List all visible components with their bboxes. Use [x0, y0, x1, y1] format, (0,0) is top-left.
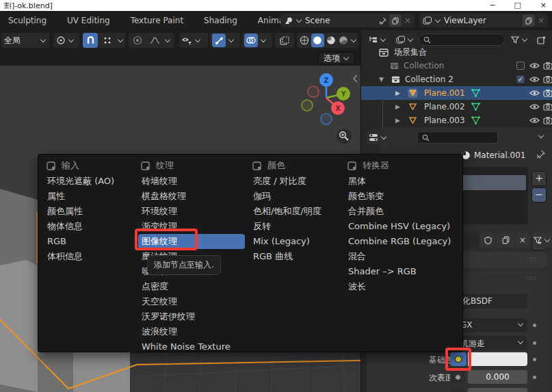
clipped-socket[interactable] — [450, 389, 465, 392]
expand-arrow-icon[interactable]: ▶ — [395, 90, 400, 96]
viewport-zoom-button[interactable] — [337, 129, 352, 144]
expand-arrow-icon[interactable]: ▶ — [395, 117, 400, 124]
maximize-button[interactable]: □ — [514, 0, 521, 11]
scene-selector[interactable]: Scene × — [280, 14, 415, 27]
fake-user-shield-icon[interactable] — [480, 233, 495, 248]
show-gizmo-filter-group[interactable] — [179, 33, 208, 48]
menu-item-rgb-curves[interactable]: RGB 曲线 — [250, 249, 343, 264]
panel-grip-icon[interactable]: ∷∷ — [527, 275, 536, 282]
editor-type-dropdown[interactable] — [367, 131, 393, 144]
transform-orientation-dropdown[interactable]: 全局 — [1, 33, 49, 48]
outliner-row-plane-003[interactable]: ▶ Plane.003 — [361, 114, 552, 127]
unlink-icon[interactable]: × — [404, 16, 411, 25]
base-color-swatch[interactable] — [468, 352, 527, 366]
copy-icon[interactable] — [389, 14, 402, 27]
gizmo-arrow-icon[interactable] — [212, 34, 226, 47]
snap-target-icon[interactable] — [100, 33, 115, 48]
pin-icon[interactable] — [379, 17, 386, 25]
copy-icon[interactable] — [523, 14, 535, 27]
menu-item-sky-texture[interactable]: 天空纹理 — [138, 294, 245, 309]
outliner-row-plane-001[interactable]: ▶ Plane.001 — [361, 86, 552, 100]
menu-item-gamma[interactable]: 伽玛 — [250, 189, 343, 204]
subsurface-socket[interactable] — [450, 371, 465, 383]
camera-icon[interactable] — [543, 89, 552, 97]
eye-icon[interactable] — [529, 117, 540, 124]
menu-item-combine-rgb-legacy[interactable]: Combine RGB (Legacy) — [345, 234, 461, 249]
menu-item-rgb[interactable]: RGB — [44, 234, 135, 249]
menu-item-combine-color[interactable]: 合并颜色 — [345, 204, 461, 219]
eye-icon[interactable] — [529, 76, 540, 83]
outliner-row-collection[interactable]: Collection — [361, 59, 552, 73]
menu-item-ambient-occlusion[interactable]: 环境光遮蔽 (AO) — [44, 174, 135, 189]
tab-texture-paint[interactable]: Texture Paint — [131, 16, 183, 25]
menu-item-point-density[interactable]: 点密度 — [138, 279, 245, 294]
menu-item-invert[interactable]: 反转 — [250, 219, 343, 234]
menu-item-mix[interactable]: 混合 — [345, 249, 461, 264]
wireframe-shading-icon[interactable] — [298, 33, 311, 48]
camera-icon[interactable] — [543, 75, 552, 83]
panel-grip-icon[interactable]: ∷∷ — [527, 256, 536, 263]
menu-item-color-ramp[interactable]: 颜色渐变 — [345, 189, 461, 204]
minimize-button[interactable]: ─ — [490, 0, 495, 11]
pin-icon[interactable] — [536, 150, 545, 159]
menu-item-shader-to-rgb[interactable]: Shader –> RGB — [345, 264, 461, 279]
node-filter-dropdown[interactable] — [532, 233, 552, 248]
menu-item-brick-texture[interactable]: 砖墙纹理 — [138, 174, 245, 189]
chevron-down-icon[interactable] — [538, 133, 544, 138]
menu-item-attribute[interactable]: 属性 — [44, 189, 135, 204]
menu-item-voronoi-texture[interactable]: 沃罗诺伊纹理 — [138, 309, 245, 324]
menu-item-color-attribute[interactable]: 颜色属性 — [44, 204, 135, 219]
outliner-row-scene-collection[interactable]: 场景集合 — [361, 45, 552, 59]
menu-item-object-info[interactable]: 物体信息 — [44, 219, 135, 234]
menu-item-mix-legacy[interactable]: Mix (Legacy) — [250, 234, 343, 249]
collection-exclude-checkbox[interactable] — [516, 62, 525, 70]
decorator-dot[interactable] — [533, 341, 536, 345]
decorator-dot[interactable] — [533, 376, 536, 379]
decorator-dot[interactable] — [533, 358, 536, 361]
copy-material-icon[interactable] — [497, 233, 514, 248]
clipped-value-field[interactable] — [468, 388, 527, 392]
eye-icon[interactable] — [529, 103, 540, 110]
menu-item-brightness-contrast[interactable]: 亮度 / 对比度 — [250, 174, 343, 189]
axis-minus-y-ball[interactable] — [302, 100, 313, 111]
outliner-row-plane-002[interactable]: ▶ Plane.002 — [361, 100, 552, 114]
menu-item-blackbody[interactable]: 黑体 — [345, 174, 461, 189]
axis-minus-z-ball[interactable] — [321, 114, 332, 125]
tab-shading[interactable]: Shading — [204, 16, 237, 25]
menu-item-checker-texture[interactable]: 棋盘格纹理 — [138, 189, 245, 204]
outliner-search-input[interactable] — [419, 34, 505, 46]
new-collection-button[interactable] — [534, 33, 549, 47]
camera-icon[interactable] — [543, 103, 552, 111]
viewlayer-selector[interactable]: ViewLayer × — [419, 14, 548, 27]
outliner-filter-dropdown[interactable] — [509, 33, 532, 47]
unlink-material-icon[interactable]: × — [516, 233, 529, 248]
menu-item-wavelength[interactable]: 波长 — [345, 279, 461, 294]
menu-item-volume-info[interactable]: 体积信息 — [44, 249, 135, 264]
eye-icon[interactable] — [529, 90, 540, 96]
close-button[interactable]: × — [540, 0, 547, 11]
rendered-shading-icon[interactable] — [337, 33, 350, 48]
pivot-point-dropdown[interactable] — [53, 33, 79, 48]
proportional-edit-icon[interactable] — [130, 33, 145, 48]
eye-icon[interactable] — [529, 62, 540, 69]
options-dropdown[interactable]: 选项 — [318, 52, 355, 64]
material-preview-shading-icon[interactable] — [325, 33, 337, 48]
axis-minus-x-ball[interactable] — [308, 86, 319, 97]
outliner-filter-id-dropdown[interactable] — [394, 33, 419, 47]
xray-toggle[interactable] — [275, 33, 294, 48]
outliner-display-mode-dropdown[interactable] — [367, 33, 391, 47]
camera-icon[interactable] — [543, 116, 552, 125]
decorator-dot[interactable] — [533, 324, 536, 327]
expand-arrow-icon[interactable]: ▶ — [395, 103, 400, 110]
menu-item-combine-hsv-legacy[interactable]: Combine HSV (Legacy) — [345, 219, 461, 234]
unlink-icon[interactable]: × — [538, 16, 544, 25]
falloff-curve-icon[interactable] — [147, 33, 162, 48]
expand-arrow-icon[interactable]: ▼ — [379, 76, 384, 83]
remove-slot-button[interactable]: − — [531, 187, 547, 202]
properties-search-input[interactable] — [417, 131, 498, 144]
solid-shading-icon[interactable] — [311, 34, 324, 47]
menu-item-environment-texture[interactable]: 环境纹理 — [138, 204, 245, 219]
subsurface-value-field[interactable]: 0.000 — [468, 370, 527, 384]
add-slot-button[interactable]: + — [531, 171, 547, 186]
tab-sculpting[interactable]: Sculpting — [8, 16, 47, 25]
